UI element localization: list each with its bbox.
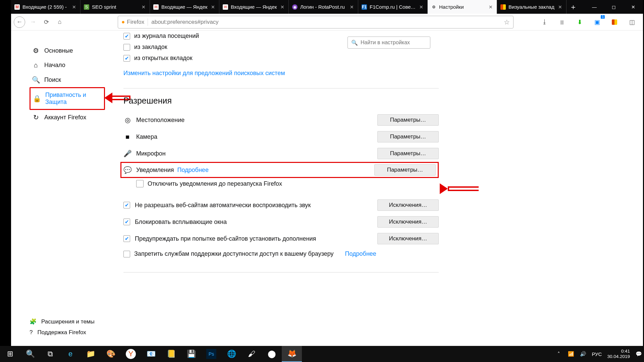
sound-icon[interactable]: 🔊 — [580, 351, 586, 357]
browser-tab[interactable]: ✉ Входящие — Яндек ✕ — [150, 0, 219, 14]
system-tray: ˄ 📶 🔊 РУС 0:41 30.04.2019 💬 — [555, 349, 644, 359]
permission-extra-row: Не разрешать веб-сайтам автоматически во… — [123, 197, 439, 214]
taskbar-app-firefox[interactable]: 🦊 — [282, 346, 302, 362]
tab-close-icon[interactable]: ✕ — [557, 4, 563, 10]
checkbox-history[interactable] — [123, 33, 130, 40]
checkbox-a11y[interactable] — [123, 251, 130, 257]
search-suggest-settings-link[interactable]: Изменить настройки для предложений поиск… — [123, 70, 285, 77]
exceptions-button[interactable]: Исключения… — [377, 199, 439, 211]
bookmark-star-icon[interactable]: ☆ — [504, 18, 510, 26]
footer-label: Расширения и темы — [41, 318, 95, 325]
lang-indicator[interactable]: РУС — [592, 351, 602, 357]
footer-label: Поддержка Firefox — [37, 329, 86, 336]
label-history: из журнала посещений — [134, 33, 199, 40]
taskbar-app-yandex[interactable]: Y — [126, 349, 136, 359]
prefs-sidebar: ⚙ Основные⌂ Начало🔍 Поиск🔒 Приватность и… — [11, 31, 105, 346]
sidebar-category[interactable]: ⚙ Основные — [30, 43, 105, 58]
taskbar-app-notes[interactable]: 📒 — [161, 346, 181, 362]
browser-tab[interactable]: ⚙ Настройки ✕ — [428, 0, 497, 14]
savefrom-button[interactable]: ▣ 1 — [591, 16, 603, 28]
close-window-button[interactable]: ✕ — [624, 0, 643, 14]
new-tab-button[interactable]: ＋ — [567, 0, 580, 14]
browser-tab[interactable]: ◉ Логин - RotaPost.ru ✕ — [289, 0, 358, 14]
taskbar-app-mail[interactable]: 📧 — [141, 346, 161, 362]
checkbox-disable-notifications[interactable] — [136, 180, 144, 187]
section-divider — [123, 88, 439, 88]
tab-close-icon[interactable]: ✕ — [280, 4, 285, 10]
sidebar-footer-item[interactable]: 🧩Расширения и темы — [30, 316, 95, 327]
permission-row: 🎤 Микрофон Параметры… — [123, 145, 439, 162]
sidebar-toggle-icon[interactable]: ◫ — [626, 16, 638, 28]
bookmarks-ext-icon[interactable] — [609, 16, 620, 28]
browser-tab[interactable]: ✉ Входящие — Яндек ✕ — [219, 0, 289, 14]
taskbar-app-chrome[interactable]: 🌐 — [221, 346, 241, 362]
category-icon: ⚙ — [32, 47, 40, 55]
minimize-button[interactable]: ― — [585, 0, 604, 14]
label-opentabs: из открытых вкладок — [134, 55, 193, 62]
taskbar-app-explorer[interactable]: 📁 — [80, 346, 101, 362]
taskbar-app-edge[interactable]: e — [60, 346, 80, 362]
tab-favicon: M — [14, 4, 20, 10]
sidebar-category[interactable]: ⌂ Начало — [30, 58, 105, 72]
permission-label: Камера — [136, 133, 373, 140]
library-button[interactable]: ⫼ — [556, 16, 568, 28]
permission-extra-row: Блокировать всплывающие окна Исключения… — [123, 214, 439, 230]
taskbar-app-photoshop[interactable]: Ps — [206, 349, 216, 359]
task-view-button[interactable]: ⧉ — [40, 346, 60, 362]
a11y-learn-more-link[interactable]: Подробнее — [345, 250, 376, 257]
permission-checkbox[interactable] — [123, 202, 130, 208]
back-button[interactable]: ← — [14, 16, 25, 28]
browser-tab[interactable]: F1 F1Comp.ru | Советы ✕ — [358, 0, 428, 14]
tab-favicon: ✉ — [153, 4, 159, 10]
permission-checkbox[interactable] — [123, 235, 130, 242]
tray-chevron-icon[interactable]: ˄ — [555, 351, 562, 357]
tab-close-icon[interactable]: ✕ — [488, 4, 493, 10]
taskbar-app-paint[interactable]: 🎨 — [101, 346, 121, 362]
permission-row: ■ Камера Параметры… — [123, 128, 439, 145]
toolbar-right: ⭳ ⫼ ⬇ ▣ 1 ◫ — [539, 16, 640, 28]
home-button[interactable]: ⌂ — [54, 16, 65, 28]
permission-checkbox[interactable] — [123, 219, 130, 225]
tab-close-icon[interactable]: ✕ — [141, 4, 146, 10]
reload-button[interactable]: ⟳ — [41, 16, 52, 28]
permission-settings-button[interactable]: Параметры… — [377, 148, 439, 159]
sidebar-category[interactable]: ↻ Аккаунт Firefox — [30, 110, 105, 125]
browser-tab[interactable]: Визуальные заклад ✕ — [497, 0, 567, 14]
taskbar-clock[interactable]: 0:41 30.04.2019 — [607, 349, 630, 359]
browser-tab[interactable]: M Входящие (2 559) - ✕ — [11, 0, 80, 14]
wifi-icon[interactable]: 📶 — [568, 351, 574, 357]
permission-settings-button[interactable]: Параметры… — [377, 131, 439, 142]
taskbar-app-paint2[interactable]: 🖌 — [241, 346, 262, 362]
section-divider — [123, 272, 439, 273]
taskbar-app-obs[interactable]: ⬤ — [262, 346, 282, 362]
sidebar-category[interactable]: 🔒 Приватность и Защита — [30, 87, 105, 110]
downloads-button[interactable]: ⭳ — [539, 16, 550, 28]
action-center-icon[interactable]: 💬 — [635, 351, 642, 357]
download-arrow-icon[interactable]: ⬇ — [574, 16, 585, 28]
permission-settings-button[interactable]: Параметры… — [377, 114, 439, 126]
url-bar[interactable]: ● Firefox about:preferences#privacy ☆ — [118, 16, 514, 28]
nav-toolbar: ← → ⟳ ⌂ ● Firefox about:preferences#priv… — [11, 14, 643, 31]
exceptions-button[interactable]: Исключения… — [377, 216, 439, 228]
checkbox-bookmarks[interactable] — [123, 44, 130, 51]
checkbox-opentabs[interactable] — [123, 55, 130, 62]
tab-close-icon[interactable]: ✕ — [419, 4, 424, 10]
label-disable-notifications: Отключить уведомления до перезапуска Fir… — [148, 180, 282, 187]
permission-settings-button[interactable]: Параметры… — [374, 164, 436, 176]
tab-close-icon[interactable]: ✕ — [71, 4, 77, 10]
tab-close-icon[interactable]: ✕ — [349, 4, 355, 10]
category-icon: 🔒 — [33, 95, 41, 103]
taskbar-app-disk[interactable]: 💾 — [181, 346, 201, 362]
tab-close-icon[interactable]: ✕ — [210, 4, 216, 10]
sidebar-category[interactable]: 🔍 Поиск — [30, 72, 105, 87]
exceptions-button[interactable]: Исключения… — [377, 233, 439, 244]
forward-button: → — [27, 16, 39, 28]
tab-title: SEO sprint — [92, 4, 138, 10]
maximize-button[interactable]: ◻ — [604, 0, 624, 14]
start-button[interactable]: ⊞ — [0, 346, 20, 362]
windows-taskbar: ⊞ 🔍 ⧉ e 📁 🎨 Y 📧 📒 💾 Ps 🌐 🖌 ⬤ 🦊 ˄ 📶 🔊 РУС… — [0, 346, 644, 362]
taskbar-search-icon[interactable]: 🔍 — [20, 346, 40, 362]
permission-learn-more-link[interactable]: Подробнее — [177, 167, 209, 173]
browser-tab[interactable]: S SEO sprint ✕ — [80, 0, 150, 14]
sidebar-footer-item[interactable]: ?Поддержка Firefox — [30, 327, 95, 338]
